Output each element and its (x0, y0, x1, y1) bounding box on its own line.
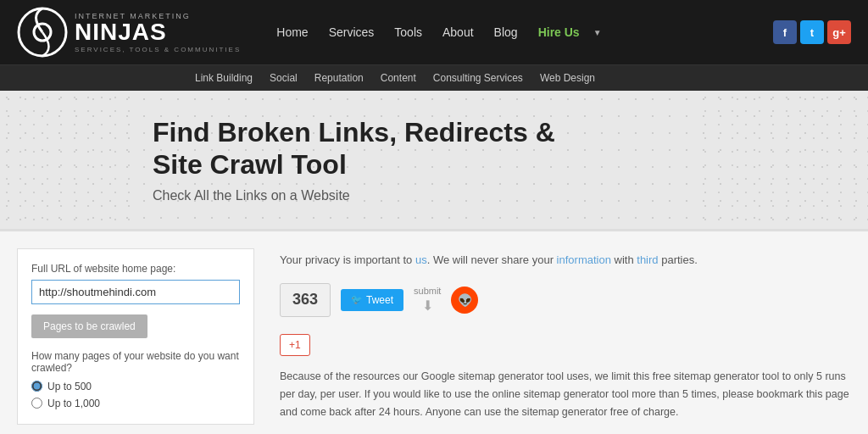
url-input[interactable] (31, 280, 240, 304)
hero-section: Find Broken Links, Redirects & Site Craw… (0, 91, 868, 231)
sub-nav: Link Building Social Reputation Content … (0, 65, 868, 91)
subnav-content[interactable]: Content (381, 70, 416, 86)
privacy-text: Your privacy is important to us. We will… (280, 252, 851, 270)
main-content: Full URL of website home page: Pages to … (0, 231, 868, 434)
social-share: 363 Tweet submit ⬇ 👽 (280, 283, 851, 317)
reddit-icon[interactable]: 👽 (451, 287, 478, 314)
radio-1000-input[interactable] (31, 398, 42, 409)
nav-dropdown-arrow[interactable]: ▼ (590, 21, 605, 44)
nav-services[interactable]: Services (319, 19, 385, 46)
facebook-icon[interactable]: f (773, 20, 797, 44)
hero-dots-left (0, 91, 136, 229)
subnav-link-building[interactable]: Link Building (195, 70, 253, 86)
privacy-info-link[interactable]: information (557, 253, 611, 266)
logo-text: INTERNET MARKETING NINJAS SERVICES, TOOL… (75, 12, 241, 53)
privacy-text-1: Your privacy is important to (280, 253, 415, 266)
radio-1000[interactable]: Up to 1,000 (31, 398, 240, 409)
subnav-social[interactable]: Social (270, 70, 298, 86)
main-nav: Home Services Tools About Blog Hire Us ▼ (266, 19, 765, 46)
submit-area: submit ⬇ (414, 286, 441, 314)
tweet-button[interactable]: Tweet (341, 289, 403, 311)
privacy-text-3: with (611, 253, 637, 266)
hero-title: Find Broken Links, Redirects & Site Craw… (153, 116, 576, 181)
logo-icon (17, 7, 68, 58)
submit-label: submit (414, 286, 441, 296)
nav-about[interactable]: About (432, 19, 484, 46)
radio-1000-label: Up to 1,000 (47, 398, 100, 409)
privacy-text-4: parties. (659, 253, 698, 266)
nav-hire-us[interactable]: Hire Us (528, 19, 590, 46)
privacy-text-2: . We will never share your (427, 253, 557, 266)
logo-brand: NINJAS (75, 20, 241, 44)
logo-tagline: SERVICES, TOOLS & COMMUNITIES (75, 46, 241, 53)
share-count: 363 (280, 283, 331, 317)
radio-500-input[interactable] (31, 381, 42, 392)
crawl-button[interactable]: Pages to be crawled (31, 314, 147, 338)
googleplus-icon[interactable]: g+ (827, 20, 851, 44)
subnav-webdesign[interactable]: Web Design (540, 70, 595, 86)
url-label: Full URL of website home page: (31, 263, 240, 275)
social-icons: f t g+ (773, 20, 851, 44)
radio-500-label: Up to 500 (47, 381, 92, 392)
nav-blog[interactable]: Blog (484, 19, 528, 46)
hero-subtitle: Check All the Links on a Website (153, 188, 851, 203)
subnav-consulting[interactable]: Consulting Services (433, 70, 523, 86)
form-area: Full URL of website home page: Pages to … (17, 248, 254, 426)
privacy-us-link[interactable]: us (415, 253, 427, 266)
submit-arrow-icon: ⬇ (422, 298, 433, 314)
subnav-reputation[interactable]: Reputation (314, 70, 364, 86)
nav-home[interactable]: Home (266, 19, 318, 46)
right-area: Your privacy is important to us. We will… (280, 248, 851, 426)
header: INTERNET MARKETING NINJAS SERVICES, TOOL… (0, 0, 868, 91)
twitter-icon[interactable]: t (800, 20, 824, 44)
privacy-third-link[interactable]: third (637, 253, 658, 266)
nav-tools[interactable]: Tools (384, 19, 432, 46)
gplus-button[interactable]: +1 (280, 334, 310, 356)
crawl-options-label: How many pages of your website do you wa… (31, 350, 240, 374)
logo-area: INTERNET MARKETING NINJAS SERVICES, TOOL… (17, 7, 241, 58)
description-text: Because of the resources our Google site… (280, 368, 851, 422)
radio-500[interactable]: Up to 500 (31, 381, 240, 392)
radio-group: Up to 500 Up to 1,000 (31, 381, 240, 409)
